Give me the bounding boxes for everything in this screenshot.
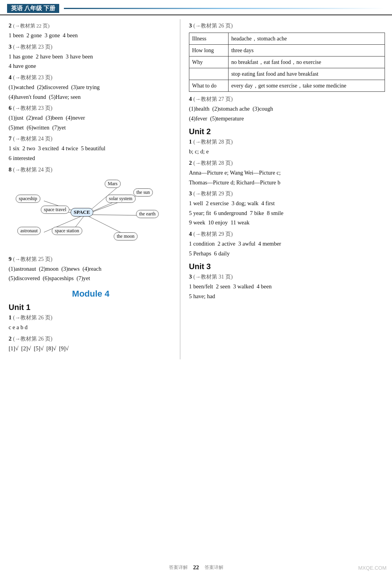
q4-left-num: 4 [9,74,13,80]
q2-u2-ref: (→教材第 28 页) [193,160,232,166]
mm-node-astronaut: astronaut [17,227,41,235]
table-row-stop: stop eating fast food and have breakfast [189,68,385,80]
unit1-title-left: Unit 1 [9,303,173,312]
q4-right-ref: (→教材第 27 页) [193,96,232,102]
page-wrapper: 英语 八年级 下册 2 (→教材第 22 页) 1 been 2 gone 3 … [0,0,392,371]
q3-right-ref: (→教材第 26 页) [193,23,232,29]
left-column: 2 (→教材第 22 页) 1 been 2 gone 3 gone 4 bee… [0,19,180,359]
q6-left-answer: (1)just (2)read (3)been (4)never(5)met (… [9,113,173,132]
q2-answer: 1 been 2 gone 3 gone 4 been [9,31,173,40]
q2-u2: 2 (→教材第 28 页) Anna—Picture e; Wang Wei—P… [189,160,385,187]
q3-u3-num: 3 [189,273,193,280]
q3-u2-ref: (→教材第 29 页) [193,191,232,197]
mm-node-space-station: space station [52,227,82,235]
q1-m4u1: 1 (→教材第 26 页) c e a b d [9,314,173,332]
td-why-label: Why [189,56,229,68]
q3-left-answer: 1 has gone 2 have been 3 have been4 have… [9,52,173,71]
q3-right: 3 (→教材第 26 页) [189,22,385,29]
q3-u2-num: 3 [189,190,193,197]
q9-left-answer: (1)astronaut (2)moon (3)news (4)reach(5)… [9,264,173,283]
q3-left: 3 (→教材第 23 页) 1 has gone 2 have been 3 h… [9,44,173,71]
td-whattodo-label: What to do [189,80,229,92]
q2-m4u1: 2 (→教材第 26 页) [1]√ [2]√ [5]√ [8]√ [9]√ [9,335,173,354]
q4-right-num: 4 [189,96,193,102]
header-bar [64,8,385,9]
q9-left-ref: (→教材第 25 页) [13,256,52,262]
mm-node-center: SPACE [71,208,93,217]
q6-left-num: 6 [9,105,13,111]
mm-node-mars: Mars [105,180,121,188]
td-stop-value: stop eating fast food and have breakfast [228,68,385,80]
q6-left-ref: (→教材第 23 页) [13,105,52,111]
q2-u2-answer: Anna—Picture e; Wang Wei—Picture c;Thoma… [189,168,385,187]
q6-left: 6 (→教材第 23 页) (1)just (2)read (3)been (4… [9,105,173,132]
q2-ref: (→教材第 22 页) [13,23,49,29]
q4-left-answer: (1)watched (2)discovered (3)are trying(4… [9,82,173,102]
mind-map: Mars the sun spaceship solar system SPAC… [9,177,173,252]
mm-node-space-travel: space travel [41,206,69,214]
q3-u3-ref: (→教材第 31 页) [193,274,232,280]
table-row-why: Why no breakfast，eat fast food，no exerci… [189,56,385,68]
q4-u2-num: 4 [189,231,193,237]
q1-u2-ref: (→教材第 28 页) [193,139,232,145]
illness-table: Illness headache，stomach ache How long t… [189,33,385,92]
page-number: 22 [193,564,199,571]
q1-m4u1-answer: c e a b d [9,323,173,332]
q1-u2-num: 1 [189,138,193,145]
q3-u2-answer: 1 well 2 exercise 3 dog; walk 4 first5 y… [189,199,385,228]
module4-title: Module 4 [9,289,173,299]
mm-node-earth: the earth [136,210,159,218]
q8-left: 8 (→教材第 24 页) [9,166,173,173]
q7-left-ref: (→教材第 24 页) [13,136,52,142]
footer-right-text: 答案详解 [205,564,223,571]
q8-left-ref: (→教材第 24 页) [13,167,52,173]
footer-left-text: 答案详解 [169,564,188,571]
q7-left: 7 (→教材第 24 页) 1 six 2 two 3 excited 4 tw… [9,135,173,163]
q2-m4u1-num: 2 [9,335,13,342]
q4-u2: 4 (→教材第 29 页) 1 condition 2 active 3 awf… [189,231,385,258]
mm-node-solar: solar system [106,195,136,203]
q1-m4u1-ref: (→教材第 26 页) [13,315,52,321]
q4-left-ref: (→教材第 23 页) [13,75,52,80]
td-why-value: no breakfast，eat fast food，no exercise [228,56,385,68]
q3-left-ref: (→教材第 23 页) [13,44,52,50]
q2: 2 (→教材第 22 页) 1 been 2 gone 3 gone 4 bee… [9,22,173,40]
q3-u2: 3 (→教材第 29 页) 1 well 2 exercise 3 dog; w… [189,190,385,228]
svg-line-6 [85,215,142,215]
header-title: 英语 八年级 下册 [7,4,59,13]
q9-left: 9 (→教材第 25 页) (1)astronaut (2)moon (3)ne… [9,256,173,283]
mm-node-sun: the sun [133,188,153,197]
table-row-howlong: How long three days [189,45,385,56]
q9-left-num: 9 [9,256,13,262]
mm-node-moon: the moon [114,232,138,241]
q4-right-answer: (1)health (2)stomach ache (3)cough(4)fev… [189,104,385,123]
page-header: 英语 八年级 下册 [0,4,392,15]
q1-u2: 1 (→教材第 28 页) b; c; d; e [189,138,385,157]
page-footer: 答案详解 22 答案详解 [0,564,392,571]
q4-u2-ref: (→教材第 29 页) [193,231,232,237]
main-columns: 2 (→教材第 22 页) 1 been 2 gone 3 gone 4 bee… [0,19,392,359]
mm-node-spaceship: spaceship [16,195,40,203]
td-howlong-value: three days [228,45,385,56]
q1-u2-answer: b; c; d; e [189,147,385,157]
q8-left-num: 8 [9,166,13,173]
right-column: 3 (→教材第 26 页) Illness headache，stomach a… [180,19,392,359]
q4-left: 4 (→教材第 23 页) (1)watched (2)discovered (… [9,74,173,102]
q1-m4u1-num: 1 [9,314,13,321]
td-howlong-label: How long [189,45,229,56]
q3-left-num: 3 [9,44,13,50]
unit2-title: Unit 2 [189,127,385,136]
q2-u2-num: 2 [189,160,193,166]
q2-m4u1-answer: [1]√ [2]√ [5]√ [8]√ [9]√ [9,344,173,354]
q7-left-num: 7 [9,135,13,142]
td-stop-label [189,68,229,80]
q3-u3: 3 (→教材第 31 页) 1 been/felt 2 seen 3 walke… [189,273,385,301]
unit3-title: Unit 3 [189,262,385,271]
q3-right-num: 3 [189,22,193,29]
q4-u2-answer: 1 condition 2 active 3 awful 4 member5 P… [189,239,385,258]
watermark: MXQE.COM [358,565,387,571]
td-illness-value: headache，stomach ache [228,33,385,45]
td-illness-label: Illness [189,33,229,45]
td-whattodo-value: every day，get some exercise，take some me… [228,80,385,92]
q7-left-answer: 1 six 2 two 3 excited 4 twice 5 beautifu… [9,144,173,163]
